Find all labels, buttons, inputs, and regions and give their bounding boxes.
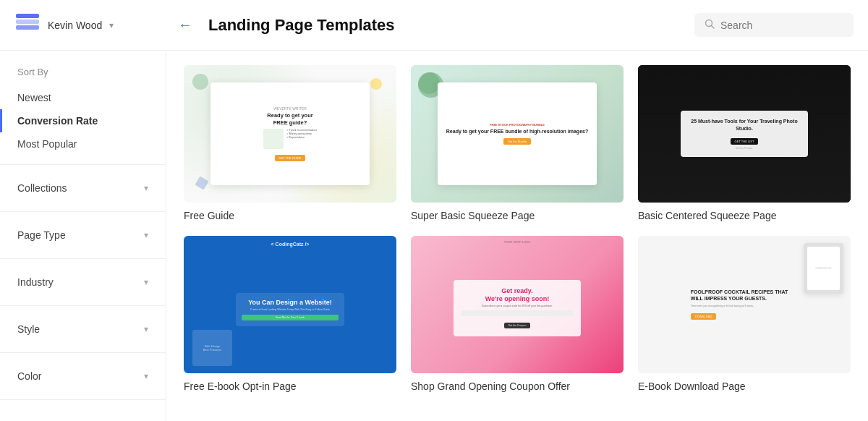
- template-thumb-squeeze: FREE STOCK PHOTOGRAPHY BUNDLE Ready to g…: [411, 65, 624, 203]
- template-card-free-guide[interactable]: WEVERTE WRITER Ready to get yourFREE gui…: [184, 65, 396, 221]
- template-thumb-ebook-download: cocktail recipe book FOOLPROOF COCKTAIL …: [638, 236, 851, 373]
- search-input[interactable]: [720, 20, 843, 31]
- thumb-inner-squeeze: FREE STOCK PHOTOGRAPHY BUNDLE Ready to g…: [438, 82, 597, 186]
- template-name-shop: Shop Grand Opening Coupon Offer: [411, 380, 624, 392]
- thumb-logo: WEVERTE WRITER: [273, 106, 307, 111]
- collections-label: Collections: [17, 182, 67, 194]
- industry-label: Industry: [17, 276, 54, 288]
- sidebar-item-page-type[interactable]: Page Type ▾: [0, 221, 166, 250]
- template-grid: WEVERTE WRITER Ready to get yourFREE gui…: [184, 65, 851, 392]
- template-card-ebook-download[interactable]: cocktail recipe book FOOLPROOF COCKTAIL …: [638, 236, 851, 392]
- page-title: Landing Page Templates: [208, 16, 694, 35]
- template-name-squeeze: Super Basic Squeeze Page: [411, 210, 624, 221]
- thumb-sub-centered: It's Free, Promise.: [691, 147, 798, 150]
- svg-rect-2: [16, 14, 39, 18]
- sidebar: Sort By Newest Conversion Rate Most Popu…: [0, 51, 166, 421]
- collections-chevron-icon: ▾: [144, 183, 148, 193]
- thumb-cta-free-guide: GET THE GUIDE: [275, 155, 306, 161]
- thumb-cta-ebook-dl: DOWNLOAD: [691, 313, 717, 320]
- template-card-shop[interactable]: YOUR SHOP LOGO Get ready.We're opening s…: [411, 236, 624, 392]
- thumb-brand-ebook: < CodingCatz />: [184, 242, 396, 247]
- thumb-heading-shop: Get ready.We're opening soon!: [461, 287, 574, 303]
- back-arrow-icon: ←: [178, 17, 192, 33]
- thumb-heading-ebook: You Can Design a Website!: [242, 299, 339, 307]
- template-card-ebook-optin[interactable]: < CodingCatz /> You Can Design a Website…: [184, 236, 396, 392]
- main-layout: Sort By Newest Conversion Rate Most Popu…: [0, 51, 868, 421]
- header: Kevin Wood ▾ ← Landing Page Templates: [0, 0, 868, 51]
- template-thumb-free-guide: WEVERTE WRITER Ready to get yourFREE gui…: [184, 65, 396, 203]
- sort-item-conversion-rate[interactable]: Conversion Rate: [0, 109, 166, 132]
- sort-item-newest[interactable]: Newest: [0, 86, 166, 109]
- logo-area: Kevin Wood ▾: [14, 12, 174, 38]
- template-thumb-centered: 25 Must-have Tools for Your Traveling Ph…: [638, 65, 851, 203]
- app-logo: [14, 12, 41, 38]
- template-name-centered: Basic Centered Squeeze Page: [638, 210, 851, 221]
- sidebar-divider-3: [0, 258, 166, 259]
- thumb-cta-shop: Get the Coupon: [504, 323, 531, 328]
- thumb-shop-logo: YOUR SHOP LOGO: [411, 240, 624, 244]
- template-thumb-ebook: < CodingCatz /> You Can Design a Website…: [184, 236, 396, 373]
- search-icon: [705, 19, 715, 31]
- sidebar-item-color[interactable]: Color ▾: [0, 362, 166, 391]
- thumb-inner-free-guide: WEVERTE WRITER Ready to get yourFREE gui…: [210, 82, 370, 186]
- template-card-centered[interactable]: 25 Must-have Tools for Your Traveling Ph…: [638, 65, 851, 221]
- back-button[interactable]: ←: [174, 14, 197, 37]
- svg-line-4: [712, 26, 715, 29]
- user-chevron-icon[interactable]: ▾: [109, 20, 114, 30]
- page-type-chevron-icon: ▾: [144, 230, 148, 240]
- thumb-badge: FREE STOCK PHOTOGRAPHY BUNDLE: [490, 123, 545, 127]
- thumb-heading: Ready to get yourFREE guide?: [267, 112, 312, 127]
- search-box: [694, 13, 854, 37]
- sort-by-label: Sort By: [0, 64, 166, 86]
- style-chevron-icon: ▾: [144, 324, 148, 334]
- thumb-book-title: Web DesignBest Practices: [202, 343, 224, 353]
- style-label: Style: [17, 323, 40, 335]
- template-content: WEVERTE WRITER Ready to get yourFREE gui…: [166, 51, 868, 421]
- thumb-heading-ebook-dl: FOOLPROOF COCKTAIL RECIPES THAT WILL IMP…: [691, 289, 798, 302]
- sidebar-item-industry[interactable]: Industry ▾: [0, 268, 166, 297]
- thumb-desc-ebook: Create a Great Looking Website Today Wit…: [242, 308, 339, 312]
- template-thumb-shop: YOUR SHOP LOGO Get ready.We're opening s…: [411, 236, 624, 373]
- thumb-desc-shop: Subscribe to get a coupon code for 20% o…: [461, 305, 574, 308]
- thumb-cta-ebook: Send Me the Free E-book: [242, 315, 339, 320]
- sidebar-divider-5: [0, 352, 166, 353]
- sidebar-divider-6: [0, 399, 166, 400]
- sidebar-divider-2: [0, 211, 166, 212]
- svg-rect-1: [16, 25, 39, 30]
- page-type-label: Page Type: [17, 229, 66, 241]
- industry-chevron-icon: ▾: [144, 277, 148, 287]
- sidebar-divider-4: [0, 305, 166, 306]
- color-label: Color: [17, 370, 41, 382]
- template-name-ebook-optin: Free E-book Opt-in Page: [184, 380, 396, 392]
- svg-rect-0: [16, 20, 39, 24]
- thumb-tablet-content: cocktail recipe book: [816, 267, 832, 270]
- thumb-heading-squeeze: Ready to get your FREE bundle of high-re…: [446, 128, 588, 135]
- template-card-squeeze[interactable]: FREE STOCK PHOTOGRAPHY BUNDLE Ready to g…: [411, 65, 624, 221]
- thumb-bullets: ✓ Tips & recommendations✓ Money-saving i…: [286, 129, 318, 140]
- thumb-heading-centered: 25 Must-have Tools for Your Traveling Ph…: [691, 118, 798, 132]
- thumb-cta-squeeze: Get the Bundle: [503, 138, 532, 145]
- thumb-cta-centered: GET THE LIST: [731, 138, 759, 145]
- color-chevron-icon: ▾: [144, 371, 148, 381]
- user-name: Kevin Wood: [48, 20, 102, 31]
- template-name-ebook-download: E-Book Download Page: [638, 380, 851, 392]
- sidebar-item-collections[interactable]: Collections ▾: [0, 174, 166, 203]
- template-name-free-guide: Free Guide: [184, 210, 396, 221]
- sidebar-divider-1: [0, 164, 166, 165]
- sort-item-most-popular[interactable]: Most Popular: [0, 132, 166, 156]
- sidebar-item-style[interactable]: Style ▾: [0, 315, 166, 344]
- thumb-desc-ebook-dl: These aren't your store-gathering or the…: [691, 305, 798, 308]
